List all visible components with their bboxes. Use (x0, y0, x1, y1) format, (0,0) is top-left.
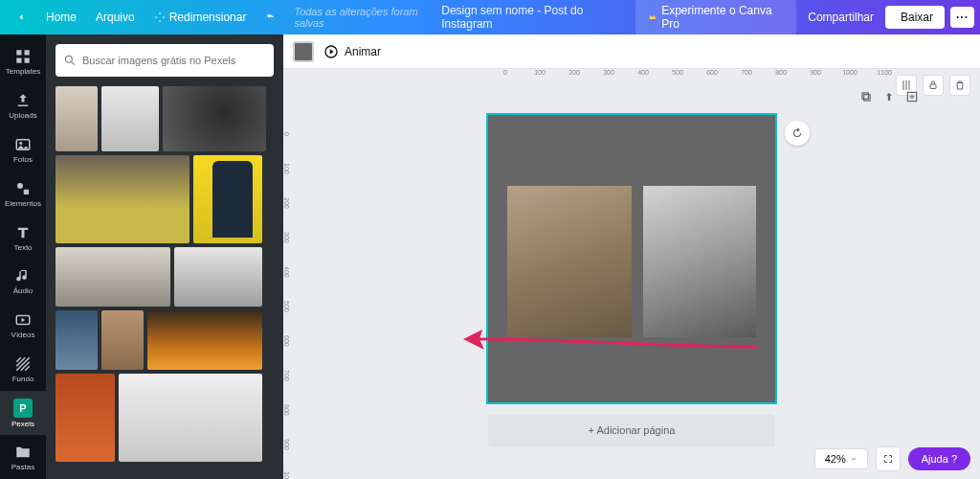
doc-title[interactable]: Design sem nome - Post do Instagram (441, 4, 626, 31)
sidebar-item-fundo[interactable]: Fundo (0, 348, 46, 392)
canvas-image-right[interactable] (643, 186, 756, 337)
search-box[interactable] (56, 44, 274, 77)
sidebar-item-pexels[interactable]: PPexels (0, 391, 46, 435)
svg-rect-13 (864, 95, 870, 101)
thumb[interactable] (147, 310, 262, 370)
reorder-up-icon[interactable] (882, 90, 896, 103)
thumb[interactable] (56, 86, 98, 151)
fullscreen-button[interactable] (876, 446, 901, 471)
svg-rect-0 (16, 51, 21, 56)
svg-rect-7 (24, 190, 29, 194)
svg-rect-3 (25, 58, 30, 63)
file-menu[interactable]: Arquivo (86, 7, 145, 28)
thumb[interactable] (56, 374, 115, 462)
home-link[interactable]: Home (36, 7, 86, 28)
thumb[interactable] (119, 374, 262, 462)
vertical-nav: Templates Uploads Fotos Elementos Texto … (0, 34, 46, 479)
search-input[interactable] (82, 55, 266, 66)
side-panel: ‹ (46, 34, 283, 479)
svg-rect-11 (930, 84, 936, 89)
topbar: Home Arquivo Redimensionar Todas as alte… (0, 0, 980, 34)
delete-button[interactable] (949, 75, 970, 96)
undo-button[interactable] (256, 8, 286, 27)
thumb[interactable] (101, 86, 159, 151)
duplicate-page-icon[interactable] (859, 90, 873, 103)
svg-rect-2 (16, 58, 21, 63)
canvas-scroll[interactable]: 010020030040050060070080090010001100 010… (283, 69, 980, 479)
ruler-horizontal: 010020030040050060070080090010001100 (283, 69, 980, 82)
download-button[interactable]: Baixar (885, 6, 945, 29)
sidebar-item-videos[interactable]: Vídeos (0, 304, 46, 348)
share-button[interactable]: Compartilhar (796, 6, 885, 29)
svg-rect-1 (25, 51, 30, 56)
svg-point-9 (65, 56, 72, 62)
back-button[interactable] (6, 8, 36, 27)
search-icon (63, 54, 77, 67)
animate-icon (323, 44, 339, 59)
svg-point-5 (19, 142, 22, 145)
add-page-icon[interactable] (905, 90, 919, 103)
sidebar-item-uploads[interactable]: Uploads (0, 84, 46, 128)
thumb[interactable] (163, 86, 266, 151)
canvas-area: Animar 010020030040050060070080090010001… (283, 34, 980, 479)
canvas-image-left[interactable] (507, 186, 632, 337)
page-actions (632, 90, 919, 103)
resize-button[interactable]: Redimensionar (145, 7, 256, 28)
canvas-footer: 42% Ajuda ? (814, 446, 970, 471)
animate-button[interactable]: Animar (323, 44, 381, 59)
thumb[interactable] (56, 310, 98, 370)
svg-point-6 (17, 183, 23, 189)
lock-button[interactable] (923, 75, 944, 96)
thumb[interactable] (56, 155, 189, 243)
add-page-button[interactable]: + Adicionar página (488, 414, 775, 446)
thumb[interactable] (174, 247, 262, 307)
sidebar-item-audio[interactable]: Áudio (0, 260, 46, 304)
refresh-page-button[interactable] (785, 121, 810, 146)
zoom-control[interactable]: 42% (814, 448, 868, 469)
thumb[interactable] (56, 247, 170, 307)
thumb[interactable] (101, 310, 144, 370)
sidebar-item-texto[interactable]: Texto (0, 216, 46, 260)
sidebar-item-templates[interactable]: Templates (0, 40, 46, 84)
help-button[interactable]: Ajuda ? (908, 447, 970, 470)
sidebar-item-pastas[interactable]: Pastas (0, 435, 46, 479)
try-pro-button[interactable]: Experimente o Canva Pro (635, 0, 796, 35)
more-button[interactable]: ··· (950, 7, 974, 28)
image-grid (56, 86, 274, 469)
save-status: Todas as alterações foram salvas (294, 6, 441, 29)
canvas-page[interactable] (488, 115, 775, 402)
sidebar-item-fotos[interactable]: Fotos (0, 128, 46, 172)
sidebar-item-elementos[interactable]: Elementos (0, 171, 46, 216)
svg-rect-12 (862, 93, 868, 99)
canvas-toolbar: Animar (283, 34, 980, 69)
fill-color-swatch[interactable] (293, 41, 314, 62)
thumb[interactable] (193, 155, 262, 243)
